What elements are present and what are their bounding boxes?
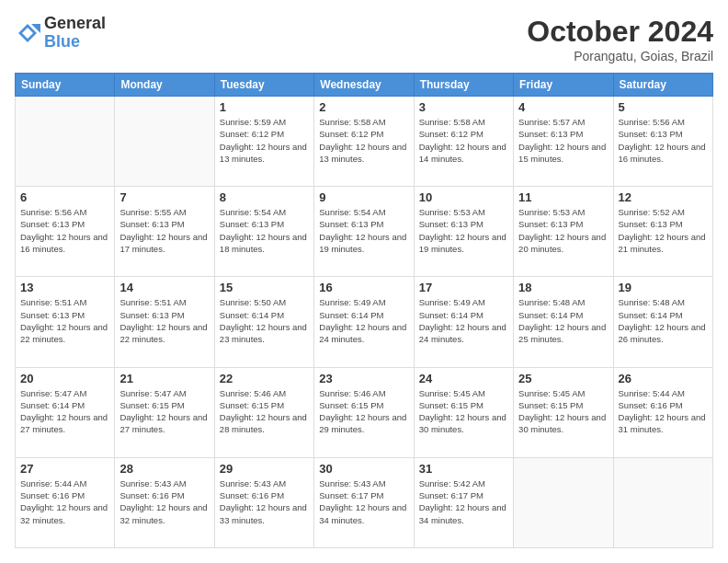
day-info: Sunrise: 5:54 AM Sunset: 6:13 PM Dayligh… [319,206,408,255]
calendar-day-header: Thursday [414,74,513,97]
calendar-cell: 9Sunrise: 5:54 AM Sunset: 6:13 PM Daylig… [314,187,414,277]
day-number: 6 [20,190,109,204]
day-number: 30 [319,462,408,476]
day-info: Sunrise: 5:44 AM Sunset: 6:16 PM Dayligh… [20,477,109,526]
calendar-cell: 20Sunrise: 5:47 AM Sunset: 6:14 PM Dayli… [16,367,115,457]
day-number: 31 [419,462,508,476]
day-number: 23 [319,372,408,385]
calendar-week-row: 27Sunrise: 5:44 AM Sunset: 6:16 PM Dayli… [16,457,713,547]
calendar-cell: 22Sunrise: 5:46 AM Sunset: 6:15 PM Dayli… [214,367,313,457]
calendar-cell [16,97,115,187]
calendar-cell: 31Sunrise: 5:42 AM Sunset: 6:17 PM Dayli… [414,457,513,547]
day-number: 12 [619,190,708,204]
calendar-cell [514,457,613,547]
day-number: 17 [419,281,508,294]
day-number: 29 [220,462,309,476]
day-number: 7 [119,190,209,204]
day-number: 25 [518,372,608,385]
calendar-week-row: 13Sunrise: 5:51 AM Sunset: 6:13 PM Dayli… [16,277,713,367]
calendar-cell: 8Sunrise: 5:54 AM Sunset: 6:13 PM Daylig… [214,187,313,277]
month-title: October 2024 [527,15,713,49]
calendar-cell: 14Sunrise: 5:51 AM Sunset: 6:13 PM Dayli… [115,277,214,367]
day-info: Sunrise: 5:56 AM Sunset: 6:13 PM Dayligh… [20,206,109,255]
day-number: 13 [20,281,109,294]
calendar-header-row: SundayMondayTuesdayWednesdayThursdayFrid… [16,74,713,97]
calendar-cell: 19Sunrise: 5:48 AM Sunset: 6:14 PM Dayli… [613,277,712,367]
day-number: 20 [20,372,109,385]
calendar-cell: 15Sunrise: 5:50 AM Sunset: 6:14 PM Dayli… [214,277,313,367]
day-info: Sunrise: 5:52 AM Sunset: 6:13 PM Dayligh… [619,206,708,255]
calendar-body: 1Sunrise: 5:59 AM Sunset: 6:12 PM Daylig… [16,97,713,548]
day-info: Sunrise: 5:55 AM Sunset: 6:13 PM Dayligh… [119,206,209,255]
day-info: Sunrise: 5:43 AM Sunset: 6:16 PM Dayligh… [220,477,309,526]
day-number: 1 [220,100,309,114]
day-number: 19 [619,281,708,294]
calendar-week-row: 6Sunrise: 5:56 AM Sunset: 6:13 PM Daylig… [16,187,713,277]
day-number: 28 [119,462,209,476]
day-number: 11 [518,190,608,204]
day-number: 21 [119,372,209,385]
day-number: 2 [319,100,408,114]
day-number: 10 [419,190,508,204]
calendar-cell: 27Sunrise: 5:44 AM Sunset: 6:16 PM Dayli… [16,457,115,547]
calendar-cell: 17Sunrise: 5:49 AM Sunset: 6:14 PM Dayli… [414,277,513,367]
day-info: Sunrise: 5:58 AM Sunset: 6:12 PM Dayligh… [319,116,408,165]
calendar-cell: 16Sunrise: 5:49 AM Sunset: 6:14 PM Dayli… [314,277,414,367]
calendar-day-header: Monday [115,74,214,97]
day-info: Sunrise: 5:50 AM Sunset: 6:14 PM Dayligh… [220,296,309,345]
day-info: Sunrise: 5:47 AM Sunset: 6:15 PM Dayligh… [119,387,209,436]
calendar-cell [115,97,214,187]
calendar-cell: 30Sunrise: 5:43 AM Sunset: 6:17 PM Dayli… [314,457,414,547]
title-section: October 2024 Porangatu, Goias, Brazil [527,15,713,63]
calendar-cell: 18Sunrise: 5:48 AM Sunset: 6:14 PM Dayli… [514,277,613,367]
logo-icon [15,20,40,46]
calendar-cell: 29Sunrise: 5:43 AM Sunset: 6:16 PM Dayli… [214,457,313,547]
calendar-cell: 13Sunrise: 5:51 AM Sunset: 6:13 PM Dayli… [16,277,115,367]
day-info: Sunrise: 5:51 AM Sunset: 6:13 PM Dayligh… [119,296,209,345]
day-info: Sunrise: 5:43 AM Sunset: 6:17 PM Dayligh… [319,477,408,526]
logo-blue-text: Blue [44,33,106,52]
day-info: Sunrise: 5:45 AM Sunset: 6:15 PM Dayligh… [419,387,508,436]
calendar-cell: 26Sunrise: 5:44 AM Sunset: 6:16 PM Dayli… [613,367,712,457]
calendar-day-header: Wednesday [314,74,414,97]
day-number: 3 [419,100,508,114]
page: General Blue October 2024 Porangatu, Goi… [0,0,728,563]
calendar-cell: 10Sunrise: 5:53 AM Sunset: 6:13 PM Dayli… [414,187,513,277]
day-number: 22 [220,372,309,385]
day-number: 24 [419,372,508,385]
day-number: 27 [20,462,109,476]
day-info: Sunrise: 5:53 AM Sunset: 6:13 PM Dayligh… [419,206,508,255]
day-info: Sunrise: 5:58 AM Sunset: 6:12 PM Dayligh… [419,116,508,165]
calendar-cell: 28Sunrise: 5:43 AM Sunset: 6:16 PM Dayli… [115,457,214,547]
calendar-cell: 21Sunrise: 5:47 AM Sunset: 6:15 PM Dayli… [115,367,214,457]
day-number: 14 [119,281,209,294]
calendar-day-header: Saturday [613,74,712,97]
day-info: Sunrise: 5:42 AM Sunset: 6:17 PM Dayligh… [419,477,508,526]
day-info: Sunrise: 5:44 AM Sunset: 6:16 PM Dayligh… [619,387,708,436]
calendar-cell: 7Sunrise: 5:55 AM Sunset: 6:13 PM Daylig… [115,187,214,277]
day-info: Sunrise: 5:43 AM Sunset: 6:16 PM Dayligh… [119,477,209,526]
calendar-cell: 12Sunrise: 5:52 AM Sunset: 6:13 PM Dayli… [613,187,712,277]
day-info: Sunrise: 5:45 AM Sunset: 6:15 PM Dayligh… [518,387,608,436]
day-number: 18 [518,281,608,294]
day-number: 9 [319,190,408,204]
header: General Blue October 2024 Porangatu, Goi… [15,15,713,63]
calendar-cell: 6Sunrise: 5:56 AM Sunset: 6:13 PM Daylig… [16,187,115,277]
calendar-cell: 2Sunrise: 5:58 AM Sunset: 6:12 PM Daylig… [314,97,414,187]
calendar-cell: 4Sunrise: 5:57 AM Sunset: 6:13 PM Daylig… [514,97,613,187]
day-info: Sunrise: 5:51 AM Sunset: 6:13 PM Dayligh… [20,296,109,345]
day-info: Sunrise: 5:48 AM Sunset: 6:14 PM Dayligh… [518,296,608,345]
calendar-cell: 24Sunrise: 5:45 AM Sunset: 6:15 PM Dayli… [414,367,513,457]
calendar-cell: 25Sunrise: 5:45 AM Sunset: 6:15 PM Dayli… [514,367,613,457]
day-number: 4 [518,100,608,114]
calendar-week-row: 1Sunrise: 5:59 AM Sunset: 6:12 PM Daylig… [16,97,713,187]
day-info: Sunrise: 5:49 AM Sunset: 6:14 PM Dayligh… [319,296,408,345]
calendar-cell: 1Sunrise: 5:59 AM Sunset: 6:12 PM Daylig… [214,97,313,187]
day-info: Sunrise: 5:57 AM Sunset: 6:13 PM Dayligh… [518,116,608,165]
day-info: Sunrise: 5:56 AM Sunset: 6:13 PM Dayligh… [619,116,708,165]
calendar-cell [613,457,712,547]
day-info: Sunrise: 5:59 AM Sunset: 6:12 PM Dayligh… [220,116,309,165]
calendar-week-row: 20Sunrise: 5:47 AM Sunset: 6:14 PM Dayli… [16,367,713,457]
calendar-cell: 3Sunrise: 5:58 AM Sunset: 6:12 PM Daylig… [414,97,513,187]
day-number: 16 [319,281,408,294]
